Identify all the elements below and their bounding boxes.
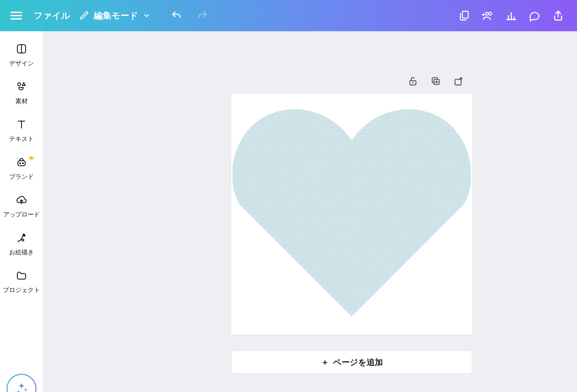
sidebar-label: アップロード [3,210,40,219]
sidebar-item-design[interactable]: デザイン [0,43,43,68]
analytics-icon[interactable] [505,10,517,21]
share-icon[interactable] [552,10,564,21]
chevron-down-icon [143,12,150,19]
heart-shape[interactable] [232,106,471,316]
elements-icon [16,81,27,92]
edit-mode-dropdown[interactable]: 編集モード [79,10,150,21]
crown-icon [28,154,35,161]
sidebar-label: デザイン [9,59,34,68]
upload-icon [16,194,27,206]
sidebar-label: ブランド [9,173,34,181]
folder-icon [16,270,27,281]
svg-point-2 [489,12,492,15]
sidebar-label: 素材 [15,97,28,105]
undo-button[interactable] [171,10,182,21]
canvas-area[interactable]: ＋ ページを追加 [43,31,577,392]
add-page-label: ページを追加 [333,357,383,368]
svg-rect-0 [462,11,468,18]
magic-button[interactable] [7,374,36,392]
copy-design-icon[interactable] [458,10,470,21]
artboard[interactable] [231,94,472,335]
svg-rect-14 [18,161,25,166]
main-area: デザイン 素材 テキスト ブランド [0,31,577,392]
comment-icon[interactable] [529,10,541,21]
svg-point-11 [18,83,21,86]
history-buttons [171,10,208,21]
brand-icon [16,156,27,168]
draw-icon [16,232,27,244]
plus-icon: ＋ [321,357,329,368]
file-menu[interactable]: ファイル [34,10,70,21]
svg-point-16 [22,163,23,164]
lock-page-button[interactable] [408,76,418,86]
text-icon [16,119,27,130]
svg-point-1 [486,12,488,15]
menu-button[interactable] [8,9,25,22]
design-icon [16,43,27,55]
sidebar-label: プロジェクト [3,286,40,294]
sidebar-label: お絵描き [9,248,34,257]
sidebar-item-elements[interactable]: 素材 [0,81,43,105]
edit-mode-label: 編集モード [94,10,138,21]
add-page-button[interactable]: ＋ ページを追加 [231,350,472,374]
add-page-above-button[interactable] [453,76,464,86]
invite-collaborators-icon[interactable] [482,10,494,21]
page-tools [408,76,464,86]
redo-button[interactable] [197,10,208,21]
sidebar-item-uploads[interactable]: アップロード [0,194,43,219]
app-header: ファイル 編集モード [0,0,577,31]
sidebar: デザイン 素材 テキスト ブランド [0,31,43,392]
pencil-icon [79,11,89,21]
sidebar-item-draw[interactable]: お絵描き [0,232,43,257]
header-left: ファイル 編集モード [8,9,208,22]
sidebar-item-text[interactable]: テキスト [0,119,43,143]
sidebar-item-projects[interactable]: プロジェクト [0,270,43,294]
header-right [458,10,569,21]
svg-rect-23 [455,79,461,85]
svg-point-15 [20,163,21,164]
sidebar-label: テキスト [9,135,34,143]
sidebar-item-brand[interactable]: ブランド [0,156,43,181]
duplicate-page-button[interactable] [430,76,441,86]
